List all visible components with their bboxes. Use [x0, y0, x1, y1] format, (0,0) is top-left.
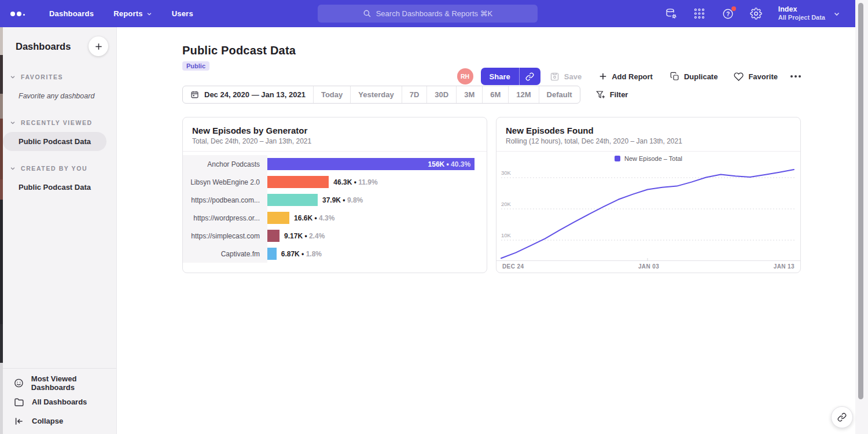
line-series-new-episode-total[interactable] — [501, 170, 794, 258]
sidebar-footer-all-dashboards[interactable]: All Dashboards — [3, 392, 116, 411]
plus-icon — [599, 72, 607, 80]
more-options-button[interactable] — [790, 75, 801, 78]
visibility-badge: Public — [182, 61, 209, 71]
sidebar-section: CREATED BY YOUPublic Podcast Data — [3, 165, 116, 197]
x-tick: DEC 24 — [502, 263, 524, 270]
favorite-button[interactable]: Favorite — [734, 72, 778, 82]
share-button[interactable]: Share — [481, 68, 519, 85]
sidebar-section-label: RECENTLY VIEWED — [21, 119, 93, 126]
line-chart: 10K20K30K — [496, 165, 800, 261]
bar-value-label: 156K • 40.3% — [428, 160, 471, 168]
bar-track: 156K • 40.3% — [267, 155, 487, 173]
bar-value-label: 16.6K • 4.3% — [294, 214, 334, 222]
sidebar-section-header[interactable]: CREATED BY YOU — [3, 165, 116, 172]
sidebar-title: Dashboards — [16, 41, 71, 52]
sidebar-section-items: Public Podcast Data — [3, 178, 116, 197]
duplicate-icon — [670, 72, 679, 81]
preset-30d[interactable]: 30D — [426, 86, 456, 103]
legend-label: New Episode – Total — [624, 155, 682, 162]
nav-item-label: Users — [172, 9, 193, 18]
bar-segment[interactable] — [267, 212, 289, 224]
bar-segment[interactable] — [267, 176, 329, 188]
help-icon[interactable]: ? — [722, 8, 734, 20]
bar-value-label: 6.87K • 1.8% — [281, 250, 322, 258]
preset-default[interactable]: Default — [539, 86, 580, 103]
header-actions: RH Share Save Add Report Duplicate — [457, 68, 801, 85]
calendar-icon — [190, 90, 199, 99]
add-report-button[interactable]: Add Report — [599, 72, 653, 81]
bar-segment[interactable] — [267, 194, 318, 206]
search-icon — [363, 9, 372, 18]
scrollbar-thumb[interactable] — [858, 3, 863, 399]
sidebar-section-label: CREATED BY YOU — [21, 165, 87, 172]
chart-card-episodes-found[interactable]: New Episodes Found Rolling (12 hours), t… — [496, 117, 801, 273]
collapse-icon — [14, 416, 24, 426]
bar-track: 46.3K • 11.9% — [267, 173, 487, 191]
sidebar-section: RECENTLY VIEWEDPublic Podcast Data — [3, 119, 116, 151]
sidebar-item-dashboard[interactable]: Public Podcast Data — [3, 132, 106, 151]
sidebar-item-dashboard[interactable]: Public Podcast Data — [3, 178, 106, 197]
data-icon[interactable] — [665, 8, 678, 20]
bar-value-label: 46.3K • 11.9% — [333, 178, 377, 186]
bar-segment[interactable]: 156K • 40.3% — [267, 158, 475, 170]
chart-subtitle: Total, Dec 24th, 2020 – Jan 13th, 2021 — [192, 137, 477, 145]
preset-today[interactable]: Today — [313, 86, 350, 103]
preset-3m[interactable]: 3M — [456, 86, 482, 103]
floating-link-button[interactable] — [831, 406, 853, 428]
duplicate-button[interactable]: Duplicate — [670, 72, 718, 81]
bar-chart: Anchor Podcasts156K • 40.3%Libsyn WebEng… — [183, 152, 487, 263]
bar-track: 37.9K • 9.8% — [267, 191, 487, 209]
sidebar-footer-most-viewed-dashboards[interactable]: Most Viewed Dashboards — [3, 373, 116, 392]
save-button[interactable]: Save — [550, 72, 582, 82]
preset-12m[interactable]: 12M — [508, 86, 538, 103]
date-range-text: Dec 24, 2020 — Jan 13, 2021 — [204, 90, 306, 99]
nav-item-users[interactable]: Users — [172, 9, 193, 18]
chart-subtitle: Rolling (12 hours), total, Dec 24th, 202… — [506, 137, 791, 145]
sidebar-section-items: Favorite any dashboard — [3, 86, 116, 105]
preset-7d[interactable]: 7D — [402, 86, 427, 103]
bar-row: Libsyn WebEngine 2.046.3K • 11.9% — [183, 173, 487, 191]
bar-row: https://podbean.com...37.9K • 9.8% — [183, 191, 487, 209]
bar-track: 6.87K • 1.8% — [267, 245, 487, 263]
project-name: Index — [778, 5, 825, 14]
nav-item-reports[interactable]: Reports — [113, 9, 152, 18]
apps-grid-icon[interactable] — [693, 8, 706, 20]
share-link-button[interactable] — [519, 68, 540, 85]
date-range-picker[interactable]: Dec 24, 2020 — Jan 13, 2021 — [183, 86, 313, 103]
sidebar-section: FAVORITESFavorite any dashboard — [3, 73, 116, 105]
filter-button[interactable]: Filter — [596, 90, 628, 100]
bar-category-label: https://simplecast.com — [183, 227, 267, 245]
chevron-down-icon — [10, 74, 16, 80]
sidebar-section-header[interactable]: FAVORITES — [3, 73, 116, 80]
amplitude-logo[interactable] — [10, 12, 25, 16]
date-toolbar: Dec 24, 2020 — Jan 13, 2021 TodayYesterd… — [182, 86, 801, 104]
scrollbar-track[interactable] — [855, 0, 868, 434]
chevron-down-icon — [10, 120, 16, 126]
share-button-group: Share — [481, 68, 540, 85]
add-dashboard-button[interactable] — [89, 36, 108, 56]
bar-segment[interactable] — [267, 248, 277, 260]
bar-category-label: Anchor Podcasts — [183, 155, 267, 173]
nav-item-dashboards[interactable]: Dashboards — [49, 9, 94, 18]
bar-row: https://simplecast.com9.17K • 2.4% — [183, 227, 487, 245]
sidebar-section-header[interactable]: RECENTLY VIEWED — [3, 119, 116, 126]
save-icon — [550, 72, 560, 82]
bar-segment[interactable] — [267, 230, 279, 242]
bar-track: 16.6K • 4.3% — [267, 209, 487, 227]
settings-gear-icon[interactable] — [750, 8, 763, 20]
search-input[interactable]: Search Dashboards & Reports ⌘K — [318, 5, 538, 23]
bar-row: Captivate.fm6.87K • 1.8% — [183, 245, 487, 263]
chart-card-episodes-by-generator[interactable]: New Episodes by Generator Total, Dec 24t… — [182, 117, 487, 273]
sidebar-section-items: Public Podcast Data — [3, 132, 116, 151]
chart-legend: New Episode – Total — [496, 153, 800, 163]
project-selector[interactable]: Index All Project Data — [778, 5, 840, 22]
bar-value-label: 37.9K • 9.8% — [322, 196, 363, 204]
avatar[interactable]: RH — [457, 68, 473, 84]
bar-category-label: Captivate.fm — [183, 245, 267, 263]
preset-yesterday[interactable]: Yesterday — [350, 86, 401, 103]
main-area: Public Podcast Data Public RH Share Save… — [117, 27, 855, 434]
preset-6m[interactable]: 6M — [482, 86, 508, 103]
legend-swatch — [615, 156, 620, 161]
sidebar-footer-collapse[interactable]: Collapse — [3, 411, 116, 431]
sidebar-footer-label: All Dashboards — [32, 398, 87, 406]
